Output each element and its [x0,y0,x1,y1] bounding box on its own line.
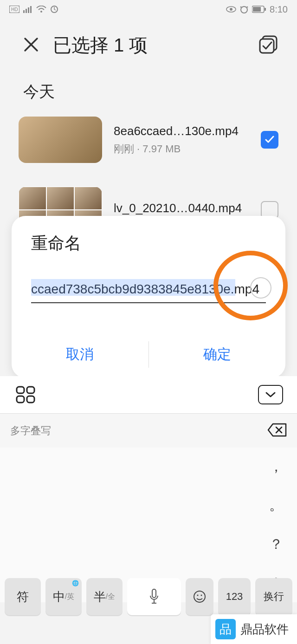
svg-rect-18 [17,396,24,403]
symbol-key-comma[interactable]: ， [255,448,297,486]
svg-rect-3 [26,9,27,13]
wifi-icon [36,6,46,13]
page-title: 已选择 1 项 [53,33,148,58]
watermark-logo: 品 [215,619,236,639]
clear-input-icon[interactable] [250,277,271,299]
file-meta: 刚刚 · 7.97 MB [114,142,261,156]
number-key[interactable]: 123 [218,578,251,615]
svg-rect-4 [28,7,29,13]
svg-rect-17 [27,387,34,393]
dialog-actions: 取消 确定 [12,331,285,378]
status-bar: HD 8:10 [0,0,297,19]
width-mode-key[interactable]: 半/全 [86,578,123,615]
svg-point-9 [230,8,232,11]
selection-header: 已选择 1 项 [0,19,297,72]
svg-rect-2 [23,10,25,13]
battery-icon [252,6,266,13]
watermark-text: 鼎品软件 [240,621,289,637]
section-heading: 今天 [0,72,297,112]
svg-rect-5 [30,6,32,13]
svg-point-23 [201,595,202,596]
svg-rect-15 [260,39,274,53]
svg-point-10 [241,7,247,13]
input-container [12,269,285,308]
svg-rect-20 [152,589,156,598]
dialog-title: 重命名 [12,232,285,269]
handwriting-mode-label: 多字叠写 [10,424,51,438]
file-name: lv_0_20210…0440.mp4 [114,201,261,215]
candidate-bar: 多字叠写 [0,413,297,448]
file-name: 8ea6ccaed…130e.mp4 [114,124,261,138]
rename-input[interactable] [31,278,266,303]
status-right: 8:10 [226,4,288,15]
enter-key[interactable]: 换行 [255,578,292,615]
keyboard-toolbar [0,376,297,413]
video-thumbnail [19,117,102,163]
svg-rect-13 [265,8,266,11]
backspace-icon[interactable] [267,423,287,439]
confirm-button[interactable]: 确定 [149,331,286,378]
signal-icon [23,6,32,13]
file-info: 8ea6ccaed…130e.mp4 刚刚 · 7.97 MB [114,124,261,156]
symbol-mode-key[interactable]: 符 [5,578,41,615]
keyboard-menu-icon[interactable] [14,385,37,404]
emoji-icon [193,590,207,604]
emoji-key[interactable] [186,578,213,615]
svg-text:HD: HD [11,7,18,12]
select-all-icon[interactable] [258,34,278,57]
eye-icon [226,6,236,13]
hd-icon: HD [9,6,19,13]
mic-icon [148,587,161,606]
close-icon[interactable] [23,34,39,57]
keyboard-collapse-icon[interactable] [258,385,283,404]
status-time: 8:10 [270,4,288,15]
symbol-key-period[interactable]: 。 [255,486,297,525]
space-key[interactable] [127,578,181,615]
keyboard-bottom-row: 符 🌐 中/英 半/全 123 换行 [0,578,297,615]
file-checkbox[interactable] [261,131,278,149]
file-row[interactable]: 8ea6ccaed…130e.mp4 刚刚 · 7.97 MB [19,112,278,168]
svg-point-22 [197,595,199,596]
sync-icon [50,5,58,13]
alarm-icon [240,5,248,13]
language-key[interactable]: 🌐 中/英 [45,578,82,615]
svg-rect-19 [27,396,34,403]
watermark: 品 鼎品软件 [211,614,297,644]
svg-rect-12 [253,7,261,12]
rename-dialog: 重命名 取消 确定 [12,216,285,378]
svg-point-21 [194,591,205,602]
svg-rect-16 [17,387,24,393]
svg-point-6 [40,11,42,13]
globe-icon: 🌐 [72,580,79,586]
symbol-key-question[interactable]: ？ [255,525,297,564]
status-left: HD [9,5,58,13]
cancel-button[interactable]: 取消 [12,331,148,378]
